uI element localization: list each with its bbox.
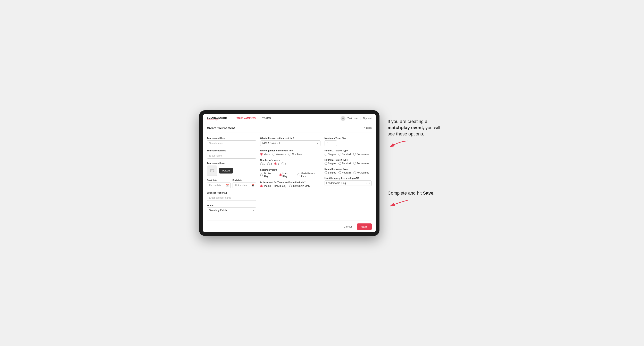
round3-singles[interactable]: Singles <box>324 171 336 174</box>
mid-column: Which division is the event for? NCAA Di… <box>260 137 320 216</box>
tournament-name-input[interactable] <box>207 153 256 159</box>
round2-label: Round 2 - Match Type <box>324 159 372 161</box>
date-row: Start date 📅 End date 📅 <box>207 179 256 188</box>
left-column: Tournament Host Tournament name Tourname… <box>207 137 256 216</box>
logo-placeholder <box>207 166 217 176</box>
round2-fourball[interactable]: Fourball <box>338 162 351 165</box>
back-button[interactable]: < Back <box>364 127 372 129</box>
scoring-stroke-radio[interactable] <box>260 173 263 176</box>
end-date-calendar-icon: 📅 <box>252 184 254 187</box>
gender-womens[interactable]: Womens <box>272 153 286 156</box>
round1-foursomes[interactable]: Foursomes <box>353 153 369 156</box>
end-date-group: End date 📅 <box>232 179 256 188</box>
round1-fourball[interactable]: Fourball <box>338 153 351 156</box>
round-3-label: 3 <box>278 163 279 165</box>
scoring-group: Scoring system Stroke Play Match Play <box>260 169 320 178</box>
scoring-label: Scoring system <box>260 169 320 171</box>
round1-singles-radio[interactable] <box>324 153 327 156</box>
end-date-wrap: 📅 <box>232 182 256 188</box>
event-individuals-radio[interactable] <box>289 184 292 187</box>
gender-mens[interactable]: Mens <box>260 153 270 156</box>
round-3[interactable]: 3 <box>274 163 279 165</box>
sponsor-input[interactable] <box>207 195 256 201</box>
round3-fourball[interactable]: Fourball <box>338 171 351 174</box>
signout-link[interactable]: Sign out <box>362 117 372 120</box>
gender-mens-radio[interactable] <box>260 153 263 156</box>
cancel-button[interactable]: Cancel <box>340 223 355 230</box>
api-chevron-icon: ▾ <box>369 182 370 184</box>
round2-singles-label: Singles <box>328 162 336 165</box>
upload-button[interactable]: Upload <box>219 168 233 173</box>
start-date-group: Start date 📅 <box>207 179 230 188</box>
api-select-wrap[interactable]: Leaderboard King ✕ ▾ <box>324 180 372 186</box>
round1-singles[interactable]: Singles <box>324 153 336 156</box>
round2-fourball-radio[interactable] <box>338 162 341 165</box>
nav-tournaments[interactable]: TOURNAMENTS <box>233 114 259 123</box>
scoring-stroke-play[interactable]: Stroke Play <box>260 172 276 178</box>
gender-womens-radio[interactable] <box>272 153 275 156</box>
round-1[interactable]: 1 <box>260 163 265 165</box>
venue-select[interactable]: Search golf club <box>207 207 256 213</box>
outer-wrapper: SCOREBOARD Powered by clippit TOURNAMENT… <box>199 110 445 236</box>
round3-foursomes-label: Foursomes <box>357 171 369 174</box>
logo-upload-area: Upload <box>207 166 256 176</box>
annotation-bottom: Complete and hit Save. <box>388 190 445 208</box>
gender-combined-radio[interactable] <box>288 153 291 156</box>
max-team-size-label: Maximum Team Size <box>324 137 372 139</box>
brand-logo: SCOREBOARD Powered by clippit <box>207 116 227 121</box>
scoring-medal-radio[interactable] <box>298 173 300 176</box>
round2-match-type: Round 2 - Match Type Singles Fourball <box>324 159 372 165</box>
round1-foursomes-radio[interactable] <box>353 153 356 156</box>
round2-foursomes[interactable]: Foursomes <box>353 162 369 165</box>
max-team-size-input[interactable] <box>324 140 337 146</box>
pipe-separator: | <box>360 117 360 120</box>
event-individuals[interactable]: Individuals Only <box>289 184 310 187</box>
tournament-name-label: Tournament name <box>207 149 256 152</box>
tournament-host-input[interactable] <box>207 140 256 146</box>
round3-foursomes[interactable]: Foursomes <box>353 171 369 174</box>
annotation-bottom-bold: Save. <box>423 190 435 196</box>
avatar <box>340 116 346 121</box>
round2-foursomes-radio[interactable] <box>353 162 356 165</box>
nav-links: TOURNAMENTS TEAMS <box>233 114 340 123</box>
gender-mens-label: Mens <box>264 153 270 156</box>
round1-fourball-label: Fourball <box>342 153 351 156</box>
save-button[interactable]: Save <box>357 223 372 230</box>
round-4-radio[interactable] <box>282 163 284 165</box>
event-teams[interactable]: Teams (+Individuals) <box>260 184 286 187</box>
rounds-radio-group: 1 2 3 4 <box>260 163 320 165</box>
scoring-match-play[interactable]: Match Play <box>279 172 295 178</box>
round-1-radio[interactable] <box>260 163 263 165</box>
tournament-logo-group: Tournament logo Upload <box>207 162 256 176</box>
api-clear-icon[interactable]: ✕ <box>366 182 368 184</box>
tablet-frame: SCOREBOARD Powered by clippit TOURNAMENT… <box>199 110 380 236</box>
gender-radio-group: Mens Womens Combined <box>260 153 320 156</box>
tournament-logo-label: Tournament logo <box>207 162 256 164</box>
round1-label: Round 1 - Match Type <box>324 149 372 152</box>
round2-singles[interactable]: Singles <box>324 162 336 165</box>
round-3-radio[interactable] <box>274 163 277 165</box>
round2-singles-radio[interactable] <box>324 162 327 165</box>
round1-match-type: Round 1 - Match Type Singles Fourball <box>324 149 372 156</box>
round-4-label: 4 <box>285 163 286 165</box>
round3-foursomes-radio[interactable] <box>353 171 356 174</box>
round1-options: Singles Fourball Foursomes <box>324 153 372 156</box>
round-4[interactable]: 4 <box>282 163 286 165</box>
round-1-label: 1 <box>264 163 265 165</box>
round3-fourball-radio[interactable] <box>338 171 341 174</box>
round1-fourball-radio[interactable] <box>338 153 341 156</box>
round1-singles-label: Singles <box>328 153 336 156</box>
nav-teams[interactable]: TEAMS <box>259 114 274 123</box>
annotation-right: If you are creating a matchplay event, y… <box>388 110 445 208</box>
tournament-host-group: Tournament Host <box>207 137 256 146</box>
scoring-medal-match[interactable]: Medal Match Play <box>298 172 320 178</box>
gender-group: Which gender is the event for? Mens Wome… <box>260 149 320 156</box>
round-2-label: 2 <box>270 163 272 165</box>
scoring-match-radio[interactable] <box>279 173 282 176</box>
division-select[interactable]: NCAA Division I <box>260 140 320 146</box>
event-teams-radio[interactable] <box>260 184 263 187</box>
round3-singles-radio[interactable] <box>324 171 327 174</box>
round-2-radio[interactable] <box>267 163 270 165</box>
gender-combined[interactable]: Combined <box>288 153 303 156</box>
round-2[interactable]: 2 <box>267 163 272 165</box>
